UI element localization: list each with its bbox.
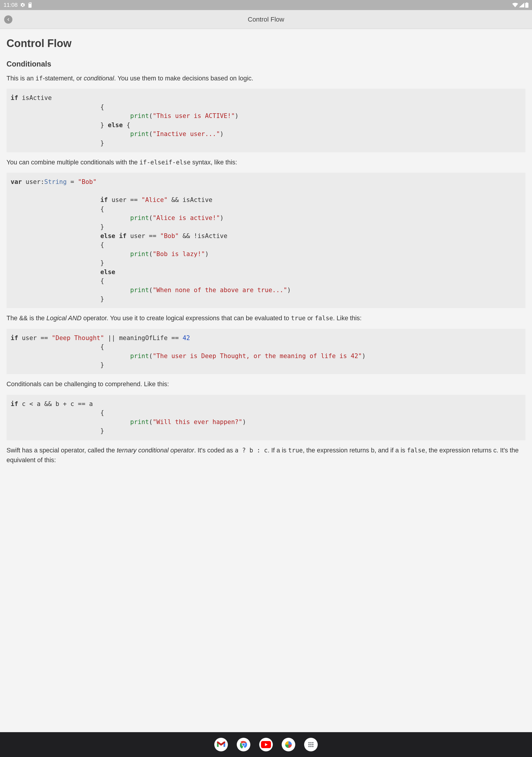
str: "Bob is lazy!": [153, 251, 205, 257]
paragraph: The && is the Logical AND operator. You …: [7, 314, 525, 323]
status-bar: 11:08: [0, 0, 532, 10]
chevron-left-icon: [6, 17, 10, 21]
line: {: [11, 205, 104, 213]
expr: c < a && b + c == a: [18, 400, 93, 408]
title-bar: Control Flow: [0, 10, 532, 29]
fn: print: [130, 418, 149, 426]
status-time: 11:08: [4, 2, 18, 8]
str: "Alice is active!": [153, 214, 220, 222]
indent: [11, 232, 100, 239]
fn: print: [130, 112, 149, 119]
em-ternary: ternary conditional operator: [117, 447, 194, 454]
back-button[interactable]: [4, 15, 13, 24]
expr: user ==: [127, 232, 160, 239]
str: "This user is ACTIVE!": [153, 112, 235, 119]
str: "Bob": [78, 178, 97, 185]
str: "Bob": [160, 232, 179, 239]
text: . Like this:: [333, 315, 362, 322]
inline-code-if: if: [36, 75, 43, 82]
em-conditional: conditional: [84, 75, 114, 82]
fn: print: [130, 352, 149, 360]
kw: else: [108, 122, 123, 129]
inline-code-false: false: [315, 315, 333, 322]
code-block-3: if user == "Deep Thought" || meaningOfLi…: [7, 329, 525, 374]
line: {: [11, 409, 104, 416]
status-right: [512, 2, 528, 8]
str: "Alice": [142, 197, 168, 203]
expr: || meaningOfLife ==: [104, 334, 183, 342]
status-left: 11:08: [4, 2, 32, 8]
indent: [11, 122, 100, 129]
line: }: [11, 295, 104, 303]
str: "Deep Thought": [52, 334, 104, 342]
kw: if: [11, 334, 18, 342]
gear-icon: [20, 2, 25, 8]
line: }: [11, 427, 104, 435]
paragraph: You can combine multiple conditionals wi…: [7, 158, 525, 167]
line: }: [11, 139, 104, 147]
str: "Will this ever happen?": [153, 418, 242, 426]
indent: [11, 352, 130, 360]
kw: if: [11, 94, 18, 102]
text: This is an: [7, 75, 36, 82]
type: String: [44, 178, 67, 185]
sdcard-icon: [28, 2, 32, 8]
expr: user ==: [108, 197, 142, 203]
punct: ): [220, 131, 224, 137]
expr: && !isActive: [179, 232, 227, 239]
text: Swift has a special operator, called the: [7, 447, 117, 454]
inline-code-true2: true: [288, 447, 303, 454]
sp: [115, 232, 119, 239]
line: {: [11, 343, 104, 350]
code-block-2: var user:String = "Bob" if user == "Alic…: [7, 173, 525, 308]
text: . You use them to make decisions based o…: [114, 75, 253, 82]
text: The && is the: [7, 315, 46, 322]
punct: ): [287, 287, 291, 294]
inline-code-ternary: a ? b : c: [235, 447, 268, 454]
indent: [11, 251, 130, 257]
punct: {: [123, 122, 130, 129]
text: or: [306, 315, 315, 322]
indent: [11, 418, 130, 426]
kw: if: [11, 400, 18, 408]
indent: [11, 112, 130, 119]
kw: else: [100, 232, 115, 239]
line: {: [11, 241, 104, 248]
em-logicaland: Logical AND: [46, 315, 81, 322]
indent: [11, 287, 130, 294]
text: . It's coded as: [194, 447, 235, 454]
code-block-1: if isActive { print("This user is ACTIVE…: [7, 89, 525, 152]
inline-code-false2: false: [407, 447, 425, 454]
punct: ): [362, 352, 366, 360]
indent: [11, 131, 130, 137]
op: =: [67, 178, 78, 185]
line: }: [11, 223, 104, 230]
punct: ): [235, 112, 239, 119]
str: "When none of the above are true...": [153, 287, 287, 294]
str: "The user is Deep Thought, or the meanin…: [153, 352, 362, 360]
punct: (: [149, 214, 153, 222]
fn: print: [130, 214, 149, 222]
inline-code-ifelseif: if-elseif-else: [139, 159, 191, 166]
punct: }: [100, 122, 104, 129]
nav-spacer: [0, 482, 532, 507]
paragraph: Conditionals can be challenging to compr…: [7, 379, 525, 389]
page-title: Control Flow: [7, 37, 525, 50]
punct: (: [149, 287, 153, 294]
section-conditionals: Conditionals: [7, 60, 525, 68]
fn: print: [130, 131, 149, 137]
expr: user ==: [18, 334, 52, 342]
sp: [104, 122, 108, 129]
signal-icon: [519, 3, 524, 7]
code-block-4: if c < a && b + c == a { print("Will thi…: [7, 395, 525, 440]
fn: print: [130, 287, 149, 294]
kw: else: [100, 268, 115, 276]
punct: ): [205, 251, 209, 257]
punct: (: [149, 352, 153, 360]
indent: [11, 197, 100, 203]
line: {: [11, 104, 104, 110]
fn: print: [130, 251, 149, 257]
intro-paragraph: This is an if-statement, or conditional.…: [7, 74, 525, 83]
paragraph: Swift has a special operator, called the…: [7, 446, 525, 466]
punct: (: [149, 418, 153, 426]
